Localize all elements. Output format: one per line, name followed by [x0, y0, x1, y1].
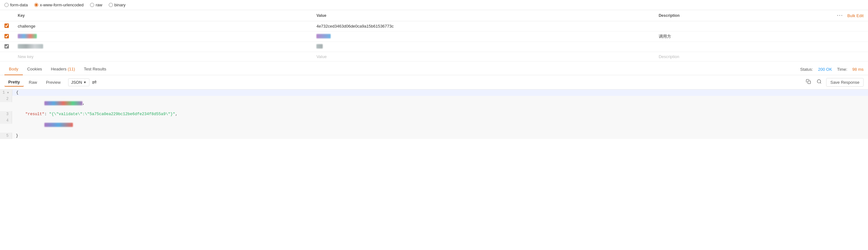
row2-value[interactable] [312, 31, 654, 42]
code-line-2: 2 , [0, 96, 868, 111]
radio-binary[interactable]: binary [109, 3, 126, 7]
radio-x-www-form-urlencoded[interactable]: x-www-form-urlencoded [34, 3, 84, 7]
row3-key[interactable] [13, 42, 312, 52]
line-num-4: 4 [0, 117, 12, 124]
tab-headers[interactable]: Headers (11) [46, 63, 80, 75]
row1-actions [825, 21, 868, 31]
svg-rect-0 [808, 81, 811, 84]
table-row [0, 42, 868, 52]
line-content-3: "result": "{\"validate\":\"5a75ca0ea229b… [12, 111, 181, 117]
code-area: 1 ▼ { 2 , 3 "result": "{\"validate\":\"5… [0, 89, 868, 139]
line-num-3: 3 [0, 111, 12, 117]
line-num-2: 2 [0, 96, 12, 102]
row2-checkbox[interactable] [4, 34, 9, 38]
row2-actions [825, 31, 868, 42]
new-row-checkbox-cell [0, 52, 13, 61]
response-toolbar: Pretty Raw Preview JSON ▼ ⇌ Save Respons… [0, 75, 868, 89]
line-content-1: { [12, 89, 23, 96]
body-type-radio-row: form-data x-www-form-urlencoded raw bina… [0, 0, 868, 10]
row1-checkbox[interactable] [4, 24, 9, 28]
radio-raw[interactable]: raw [90, 3, 102, 7]
row3-actions [825, 42, 868, 52]
value-column-header: Value [312, 10, 654, 21]
chevron-down-icon: ▼ [83, 81, 87, 84]
checkbox-col-header [0, 10, 13, 21]
format-selector[interactable]: JSON ▼ [68, 78, 89, 86]
description-column-header: Description [654, 10, 825, 21]
response-tabs-bar: Body Cookies Headers (11) Test Results S… [0, 63, 868, 75]
row3-description[interactable] [654, 42, 825, 52]
resp-tab-pretty[interactable]: Pretty [4, 78, 24, 87]
new-desc-input-cell[interactable]: Description [654, 52, 825, 61]
key-column-header: Key [13, 10, 312, 21]
row1-checkbox-cell [0, 21, 13, 31]
time-label: Time: [837, 67, 847, 72]
toolbar-right: Save Response [805, 78, 864, 87]
svg-point-1 [817, 80, 821, 83]
format-label: JSON [71, 80, 82, 85]
row3-checkbox-cell [0, 42, 13, 52]
svg-line-2 [820, 82, 821, 83]
request-body-section: form-data x-www-form-urlencoded raw bina… [0, 0, 868, 139]
line-content-4 [12, 117, 77, 133]
code-line-1: 1 ▼ { [0, 89, 868, 96]
row3-value[interactable] [312, 42, 654, 52]
status-value: 200 OK [818, 67, 832, 72]
wrap-icon[interactable]: ⇌ [92, 79, 97, 86]
tab-body[interactable]: Body [4, 63, 23, 75]
row1-description[interactable] [654, 21, 825, 31]
row1-key[interactable]: challenge [13, 21, 312, 31]
new-key-input-cell[interactable]: New key [13, 52, 312, 61]
headers-badge: (11) [67, 66, 75, 72]
status-label: Status: [800, 67, 813, 72]
row2-checkbox-cell [0, 31, 13, 42]
radio-form-data[interactable]: form-data [4, 3, 28, 7]
row2-description[interactable]: 调用方 [654, 31, 825, 42]
table-row: 调用方 [0, 31, 868, 42]
search-button[interactable] [815, 78, 823, 87]
new-row: New key Value Description [0, 52, 868, 61]
row1-value[interactable]: 4e732ced3463d06de0ca9a15b61536773c [312, 21, 654, 31]
line-num-1: 1 ▼ [0, 89, 12, 96]
kv-table: Key Value Description ··· Bulk Edit chal… [0, 10, 868, 61]
tab-test-results[interactable]: Test Results [80, 63, 111, 75]
status-bar: Status: 200 OK Time: 98 ms [800, 67, 864, 72]
code-line-4: 4 [0, 117, 868, 133]
time-value: 98 ms [852, 67, 864, 72]
copy-button[interactable] [805, 78, 812, 87]
actions-column-header: ··· Bulk Edit [825, 10, 868, 21]
resp-tab-raw[interactable]: Raw [25, 78, 41, 86]
code-line-5: 5 } [0, 133, 868, 139]
line-content-2: , [12, 96, 89, 111]
line-num-5: 5 [0, 133, 12, 139]
tab-cookies[interactable]: Cookies [23, 63, 46, 75]
resp-tab-preview[interactable]: Preview [42, 78, 64, 86]
new-value-input-cell[interactable]: Value [312, 52, 654, 61]
save-response-button[interactable]: Save Response [826, 78, 864, 87]
row2-key[interactable] [13, 31, 312, 42]
code-line-3: 3 "result": "{\"validate\":\"5a75ca0ea22… [0, 111, 868, 117]
row3-checkbox[interactable] [4, 44, 9, 49]
bulk-edit-button[interactable]: Bulk Edit [847, 13, 864, 18]
line-content-5: } [12, 133, 22, 139]
more-options-icon[interactable]: ··· [837, 13, 843, 18]
table-row: challenge 4e732ced3463d06de0ca9a15b61536… [0, 21, 868, 31]
new-row-actions [825, 52, 868, 61]
